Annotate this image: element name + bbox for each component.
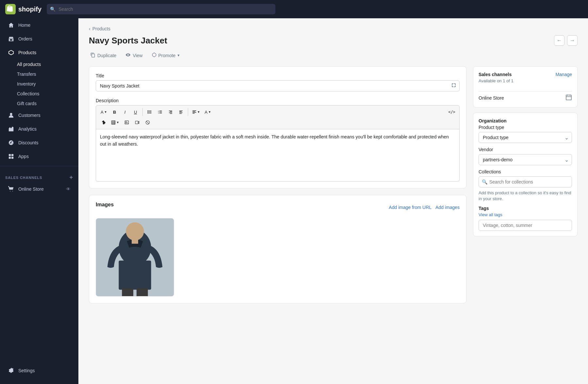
add-images-button[interactable]: Add images xyxy=(435,205,460,210)
svg-rect-21 xyxy=(192,113,194,114)
rte-image-btn[interactable] xyxy=(122,118,132,127)
images-header: Images Add image from URL Add images xyxy=(96,202,460,213)
images-card: Images Add image from URL Add images xyxy=(89,195,466,303)
rte-format-btn[interactable]: A ▼ xyxy=(99,107,109,117)
rte-divider2 xyxy=(188,108,188,116)
sales-channels-card: Sales channels Available on 1 of 1 Manag… xyxy=(473,66,578,107)
rte-bold-btn[interactable]: B xyxy=(110,107,120,117)
sidebar-products-submenu: All products Transfers Inventory Collect… xyxy=(0,59,78,108)
rte-video-btn[interactable] xyxy=(132,118,142,127)
breadcrumb[interactable]: ‹ Products xyxy=(89,26,578,31)
svg-rect-15 xyxy=(159,112,162,112)
sidebar-label-orders: Orders xyxy=(18,36,32,41)
vendor-select[interactable]: partners-demo xyxy=(479,154,572,165)
svg-rect-32 xyxy=(122,288,133,296)
add-channel-icon[interactable]: + xyxy=(70,174,73,181)
svg-rect-7 xyxy=(149,111,151,111)
view-button[interactable]: View xyxy=(124,51,144,60)
rte-block-btn[interactable] xyxy=(143,118,153,127)
channel-row-online-store: Online Store xyxy=(479,91,572,102)
sidebar-item-transfers[interactable]: Transfers xyxy=(14,70,78,79)
logo-text: shopify xyxy=(18,6,41,13)
sidebar-item-settings[interactable]: Settings xyxy=(3,364,76,377)
svg-rect-11 xyxy=(149,113,151,113)
svg-rect-20 xyxy=(192,112,196,113)
rte-align-btn[interactable]: ▼ xyxy=(190,107,202,117)
add-image-url-button[interactable]: Add image from URL xyxy=(389,205,432,210)
search-input[interactable] xyxy=(47,4,275,14)
sidebar-item-customers[interactable]: Customers xyxy=(3,109,76,122)
svg-point-24 xyxy=(125,121,126,122)
sidebar-item-apps[interactable]: Apps xyxy=(3,150,76,163)
products-icon xyxy=(8,49,14,56)
sidebar-label-products: Products xyxy=(18,50,36,55)
collections-section: Collections 🔍 Add this product to a coll… xyxy=(479,169,572,202)
sidebar-item-inventory[interactable]: Inventory xyxy=(14,79,78,88)
svg-point-8 xyxy=(147,112,148,113)
right-column: Sales channels Available on 1 of 1 Manag… xyxy=(473,66,578,310)
breadcrumb-arrow: ‹ xyxy=(89,26,90,31)
product-image[interactable] xyxy=(96,218,174,296)
next-product-button[interactable]: → xyxy=(567,35,578,46)
view-all-tags-link[interactable]: View all tags xyxy=(479,212,572,217)
svg-rect-25 xyxy=(135,121,138,124)
orders-icon xyxy=(8,36,14,42)
rte-ordered-list-btn[interactable]: 1.2.3. xyxy=(155,107,165,117)
logo[interactable]: shopify xyxy=(5,4,41,14)
sidebar-label-settings: Settings xyxy=(18,368,35,373)
sidebar-item-orders[interactable]: Orders xyxy=(3,32,76,45)
tags-section: Tags View all tags xyxy=(479,206,572,231)
promote-button[interactable]: Promote ▼ xyxy=(150,51,181,60)
channel-name: Online Store xyxy=(479,95,504,101)
search-icon: 🔍 xyxy=(50,7,56,12)
sidebar-item-discounts[interactable]: Discounts xyxy=(3,136,76,149)
sidebar-item-home[interactable]: Home xyxy=(3,19,76,32)
manage-channels-button[interactable]: Manage xyxy=(555,72,572,77)
rte-table-btn[interactable]: ▼ xyxy=(109,118,121,127)
title-input[interactable] xyxy=(96,80,460,91)
duplicate-button[interactable]: Duplicate xyxy=(89,51,118,60)
rte-indent-left-btn[interactable] xyxy=(166,107,175,117)
sidebar-label-online-store: Online Store xyxy=(18,186,44,192)
title-input-wrapper xyxy=(96,80,460,91)
sidebar-label-customers: Customers xyxy=(18,113,41,118)
sidebar-item-products[interactable]: Products xyxy=(3,46,76,59)
sidebar-item-analytics[interactable]: Analytics xyxy=(3,122,76,136)
title-field-label: Title xyxy=(96,73,460,78)
rte-underline-btn[interactable]: U xyxy=(131,107,140,117)
title-expand-icon xyxy=(451,83,456,89)
tags-input[interactable] xyxy=(479,220,572,231)
vendor-section: Vendor partners-demo xyxy=(479,147,572,165)
rte-code-btn[interactable]: </> xyxy=(447,107,457,117)
rte-toolbar-row1: A ▼ B I U 1.2.3. xyxy=(99,107,457,117)
sidebar-item-gift-cards[interactable]: Gift cards xyxy=(14,99,78,108)
product-type-select[interactable]: Product type xyxy=(479,132,572,143)
rte-link-btn[interactable] xyxy=(99,118,108,127)
sales-channels-header: Sales channels Available on 1 of 1 Manag… xyxy=(479,72,572,87)
rte-text-color-btn[interactable]: A ▼ xyxy=(203,107,213,117)
search-bar[interactable]: 🔍 xyxy=(47,4,275,14)
online-store-settings-icon[interactable]: 👁 xyxy=(66,186,71,192)
prev-product-button[interactable]: ← xyxy=(554,35,564,46)
rte-indent-right-btn[interactable] xyxy=(176,107,186,117)
collections-search-icon: 🔍 xyxy=(482,179,487,184)
rte-content[interactable]: Long-sleeved navy waterproof jacket in t… xyxy=(96,129,460,182)
rte-unordered-list-btn[interactable] xyxy=(145,107,155,117)
sidebar-item-all-products[interactable]: All products xyxy=(14,60,78,69)
duplicate-icon xyxy=(90,52,95,58)
vendor-select-wrapper: partners-demo xyxy=(479,154,572,165)
channel-calendar-icon[interactable] xyxy=(565,94,572,102)
product-type-select-wrapper: Product type xyxy=(479,132,572,143)
images-actions: Add image from URL Add images xyxy=(389,205,460,210)
collections-hint: Add this product to a collection so it's… xyxy=(479,190,572,202)
svg-point-6 xyxy=(147,110,148,111)
tags-label: Tags xyxy=(479,206,572,211)
sidebar-item-collections[interactable]: Collections xyxy=(14,89,78,98)
sidebar-item-online-store[interactable]: Online Store 👁 xyxy=(3,183,76,196)
sales-channels-section-label: SALES CHANNELS + xyxy=(0,169,78,182)
svg-rect-13 xyxy=(159,111,162,111)
rte-italic-btn[interactable]: I xyxy=(120,107,130,117)
collections-search-input[interactable] xyxy=(479,176,572,187)
collections-search: 🔍 xyxy=(479,176,572,187)
left-column: Title Description A ▼ B I xyxy=(89,66,466,310)
